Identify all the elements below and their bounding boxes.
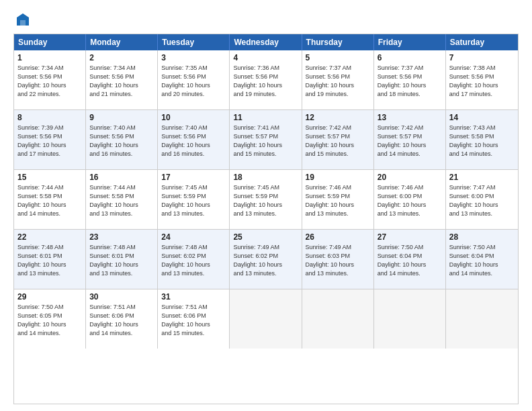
calendar-cell-13: 13Sunrise: 7:42 AM Sunset: 5:57 PM Dayli…: [374, 110, 446, 169]
day-info: Sunrise: 7:39 AM Sunset: 5:56 PM Dayligh…: [17, 124, 82, 158]
calendar-cell-15: 15Sunrise: 7:44 AM Sunset: 5:58 PM Dayli…: [14, 170, 86, 229]
svg-rect-2: [20, 20, 26, 26]
calendar-cell-10: 10Sunrise: 7:40 AM Sunset: 5:56 PM Dayli…: [158, 110, 230, 169]
day-info: Sunrise: 7:37 AM Sunset: 5:56 PM Dayligh…: [306, 64, 370, 99]
calendar-cell-9: 9Sunrise: 7:40 AM Sunset: 5:56 PM Daylig…: [86, 110, 158, 169]
day-info: Sunrise: 7:40 AM Sunset: 5:56 PM Dayligh…: [89, 124, 154, 158]
calendar-cell-1: 1Sunrise: 7:34 AM Sunset: 5:56 PM Daylig…: [14, 50, 86, 109]
day-number: 30: [89, 292, 154, 302]
day-number: 17: [161, 173, 226, 182]
calendar-row-1: 8Sunrise: 7:39 AM Sunset: 5:56 PM Daylig…: [14, 109, 518, 169]
calendar-cell-26: 26Sunrise: 7:49 AM Sunset: 6:03 PM Dayli…: [302, 230, 374, 289]
day-number: 18: [233, 173, 298, 182]
calendar-cell-30: 30Sunrise: 7:51 AM Sunset: 6:06 PM Dayli…: [86, 289, 158, 349]
day-number: 7: [449, 53, 515, 62]
calendar-cell-12: 12Sunrise: 7:42 AM Sunset: 5:57 PM Dayli…: [302, 110, 374, 169]
calendar-cell-23: 23Sunrise: 7:48 AM Sunset: 6:01 PM Dayli…: [86, 230, 158, 289]
day-info: Sunrise: 7:47 AM Sunset: 6:00 PM Dayligh…: [449, 183, 515, 218]
header-day-monday: Monday: [86, 34, 158, 50]
calendar-cell-empty: [302, 289, 374, 349]
day-info: Sunrise: 7:45 AM Sunset: 5:59 PM Dayligh…: [161, 183, 226, 218]
day-number: 24: [161, 232, 226, 242]
calendar-cell-7: 7Sunrise: 7:38 AM Sunset: 5:56 PM Daylig…: [446, 50, 518, 109]
day-number: 10: [161, 113, 226, 122]
calendar-cell-19: 19Sunrise: 7:46 AM Sunset: 5:59 PM Dayli…: [302, 170, 374, 229]
calendar-cell-6: 6Sunrise: 7:37 AM Sunset: 5:56 PM Daylig…: [374, 50, 446, 109]
day-number: 6: [378, 53, 442, 62]
day-info: Sunrise: 7:48 AM Sunset: 6:02 PM Dayligh…: [161, 243, 226, 278]
calendar: SundayMondayTuesdayWednesdayThursdayFrid…: [13, 34, 519, 404]
day-number: 21: [449, 173, 515, 182]
calendar-cell-18: 18Sunrise: 7:45 AM Sunset: 5:59 PM Dayli…: [230, 170, 302, 229]
day-number: 2: [89, 53, 154, 62]
day-number: 31: [161, 292, 226, 302]
header-day-saturday: Saturday: [446, 34, 518, 50]
calendar-cell-22: 22Sunrise: 7:48 AM Sunset: 6:01 PM Dayli…: [14, 230, 86, 289]
day-number: 19: [306, 173, 370, 182]
calendar-cell-5: 5Sunrise: 7:37 AM Sunset: 5:56 PM Daylig…: [302, 50, 374, 109]
day-info: Sunrise: 7:40 AM Sunset: 5:56 PM Dayligh…: [161, 124, 226, 158]
day-info: Sunrise: 7:50 AM Sunset: 6:04 PM Dayligh…: [378, 243, 442, 278]
day-number: 9: [89, 113, 154, 122]
day-number: 1: [17, 53, 82, 62]
calendar-cell-17: 17Sunrise: 7:45 AM Sunset: 5:59 PM Dayli…: [158, 170, 230, 229]
calendar-cell-27: 27Sunrise: 7:50 AM Sunset: 6:04 PM Dayli…: [374, 230, 446, 289]
calendar-row-4: 29Sunrise: 7:50 AM Sunset: 6:05 PM Dayli…: [14, 289, 518, 349]
header-day-friday: Friday: [374, 34, 446, 50]
day-info: Sunrise: 7:49 AM Sunset: 6:03 PM Dayligh…: [306, 243, 370, 278]
calendar-cell-empty: [374, 289, 446, 349]
calendar-body: 1Sunrise: 7:34 AM Sunset: 5:56 PM Daylig…: [14, 50, 518, 349]
calendar-cell-2: 2Sunrise: 7:34 AM Sunset: 5:56 PM Daylig…: [86, 50, 158, 109]
day-number: 11: [233, 113, 298, 122]
calendar-header: SundayMondayTuesdayWednesdayThursdayFrid…: [14, 34, 518, 50]
day-info: Sunrise: 7:38 AM Sunset: 5:56 PM Dayligh…: [449, 64, 515, 99]
calendar-cell-empty: [446, 289, 518, 349]
header: [13, 12, 519, 27]
calendar-row-2: 15Sunrise: 7:44 AM Sunset: 5:58 PM Dayli…: [14, 169, 518, 229]
day-number: 8: [17, 113, 82, 122]
day-info: Sunrise: 7:48 AM Sunset: 6:01 PM Dayligh…: [89, 243, 154, 278]
calendar-cell-11: 11Sunrise: 7:41 AM Sunset: 5:57 PM Dayli…: [230, 110, 302, 169]
calendar-cell-8: 8Sunrise: 7:39 AM Sunset: 5:56 PM Daylig…: [14, 110, 86, 169]
day-info: Sunrise: 7:44 AM Sunset: 5:58 PM Dayligh…: [89, 183, 154, 218]
calendar-cell-21: 21Sunrise: 7:47 AM Sunset: 6:00 PM Dayli…: [446, 170, 518, 229]
header-day-wednesday: Wednesday: [230, 34, 302, 50]
page: SundayMondayTuesdayWednesdayThursdayFrid…: [0, 0, 532, 411]
day-number: 12: [306, 113, 370, 122]
day-number: 16: [89, 173, 154, 182]
day-info: Sunrise: 7:50 AM Sunset: 6:04 PM Dayligh…: [449, 243, 515, 278]
day-number: 29: [17, 292, 82, 302]
calendar-cell-empty: [230, 289, 302, 349]
day-number: 5: [306, 53, 370, 62]
day-info: Sunrise: 7:51 AM Sunset: 6:06 PM Dayligh…: [89, 303, 154, 338]
day-number: 26: [306, 232, 370, 242]
header-day-thursday: Thursday: [302, 34, 374, 50]
day-number: 13: [378, 113, 442, 122]
day-info: Sunrise: 7:42 AM Sunset: 5:57 PM Dayligh…: [306, 124, 370, 158]
calendar-cell-25: 25Sunrise: 7:49 AM Sunset: 6:02 PM Dayli…: [230, 230, 302, 289]
calendar-cell-4: 4Sunrise: 7:36 AM Sunset: 5:56 PM Daylig…: [230, 50, 302, 109]
calendar-cell-14: 14Sunrise: 7:43 AM Sunset: 5:58 PM Dayli…: [446, 110, 518, 169]
calendar-row-3: 22Sunrise: 7:48 AM Sunset: 6:01 PM Dayli…: [14, 229, 518, 289]
day-info: Sunrise: 7:51 AM Sunset: 6:06 PM Dayligh…: [161, 303, 226, 338]
day-info: Sunrise: 7:41 AM Sunset: 5:57 PM Dayligh…: [233, 124, 298, 158]
calendar-cell-16: 16Sunrise: 7:44 AM Sunset: 5:58 PM Dayli…: [86, 170, 158, 229]
day-number: 4: [233, 53, 298, 62]
logo: [13, 12, 30, 27]
day-info: Sunrise: 7:44 AM Sunset: 5:58 PM Dayligh…: [17, 183, 82, 218]
calendar-cell-31: 31Sunrise: 7:51 AM Sunset: 6:06 PM Dayli…: [158, 289, 230, 349]
day-info: Sunrise: 7:46 AM Sunset: 6:00 PM Dayligh…: [378, 183, 442, 218]
day-info: Sunrise: 7:43 AM Sunset: 5:58 PM Dayligh…: [449, 124, 515, 158]
calendar-cell-28: 28Sunrise: 7:50 AM Sunset: 6:04 PM Dayli…: [446, 230, 518, 289]
day-info: Sunrise: 7:37 AM Sunset: 5:56 PM Dayligh…: [378, 64, 442, 99]
calendar-row-0: 1Sunrise: 7:34 AM Sunset: 5:56 PM Daylig…: [14, 50, 518, 109]
day-info: Sunrise: 7:48 AM Sunset: 6:01 PM Dayligh…: [17, 243, 82, 278]
day-number: 3: [161, 53, 226, 62]
day-info: Sunrise: 7:42 AM Sunset: 5:57 PM Dayligh…: [378, 124, 442, 158]
header-day-tuesday: Tuesday: [158, 34, 230, 50]
day-info: Sunrise: 7:34 AM Sunset: 5:56 PM Dayligh…: [17, 64, 82, 99]
day-info: Sunrise: 7:34 AM Sunset: 5:56 PM Dayligh…: [89, 64, 154, 99]
calendar-cell-20: 20Sunrise: 7:46 AM Sunset: 6:00 PM Dayli…: [374, 170, 446, 229]
header-day-sunday: Sunday: [14, 34, 86, 50]
day-info: Sunrise: 7:45 AM Sunset: 5:59 PM Dayligh…: [233, 183, 298, 218]
